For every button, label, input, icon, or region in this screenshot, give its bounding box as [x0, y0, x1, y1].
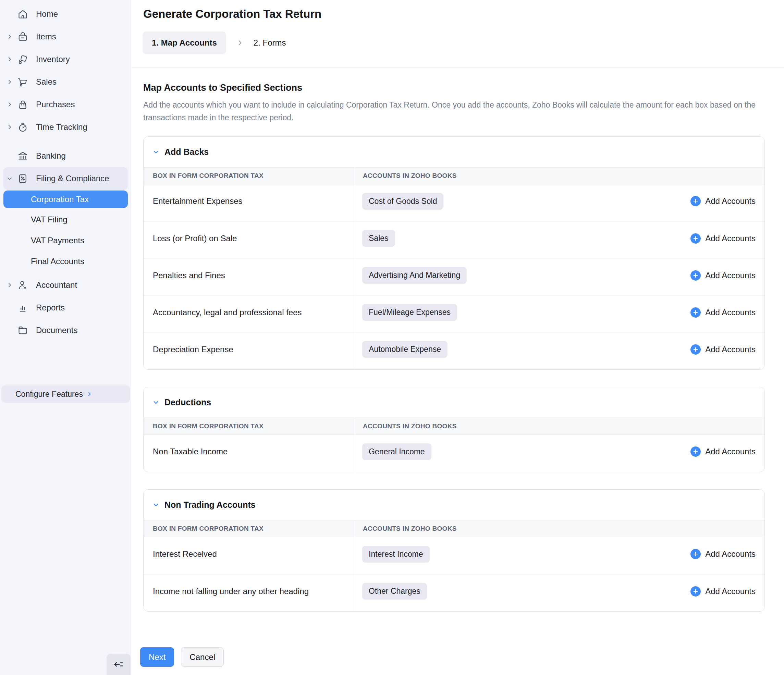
section-header-add-backs[interactable]: Add Backs: [143, 137, 764, 167]
next-button[interactable]: Next: [140, 647, 174, 667]
sidebar-item-documents[interactable]: Documents: [0, 319, 131, 342]
box-name: Loss (or Profit) on Sale: [143, 222, 354, 258]
sidebar-item-filing-compliance[interactable]: Filing & Compliance: [3, 167, 128, 190]
table-row: Penalties and FinesAdvertising And Marke…: [143, 258, 764, 296]
sidebar-group-divider: [0, 138, 131, 145]
add-accounts-label: Add Accounts: [705, 345, 756, 354]
add-accounts-button[interactable]: Add Accounts: [691, 271, 756, 281]
chevron-down-icon: [152, 149, 159, 156]
sidebar-item-home[interactable]: Home: [0, 3, 131, 25]
table-row: Loss (or Profit) on SaleSalesAdd Account…: [143, 221, 764, 258]
plus-icon: [691, 233, 701, 244]
sidebar-subitem-label: Final Accounts: [31, 257, 84, 266]
content-description: Add the accounts which you want to inclu…: [143, 99, 765, 124]
account-chip: Advertising And Marketing: [362, 267, 467, 284]
sidebar-item-label: Accountant: [36, 280, 77, 290]
sidebar-subitem-vat-payments[interactable]: VAT Payments: [0, 230, 131, 251]
accounts-cell: General IncomeAdd Accounts: [354, 435, 764, 472]
table-header-row: BOX IN FORM CORPORATION TAXACCOUNTS IN Z…: [143, 418, 764, 435]
accounts-cell: Automobile ExpenseAdd Accounts: [354, 333, 764, 369]
sidebar-subitem-label: Corporation Tax: [31, 194, 89, 204]
sidebar-item-label: Documents: [36, 325, 78, 335]
sidebar-item-sales[interactable]: Sales: [0, 71, 131, 93]
section-title: Deductions: [165, 397, 211, 407]
collapse-sidebar-button[interactable]: [107, 654, 131, 675]
column-header-accounts: ACCOUNTS IN ZOHO BOOKS: [354, 168, 764, 184]
account-chip: General Income: [362, 443, 431, 460]
table-header-row: BOX IN FORM CORPORATION TAXACCOUNTS IN Z…: [143, 167, 764, 184]
box-name: Accountancy, legal and professional fees: [143, 296, 354, 332]
accounts-cell: SalesAdd Accounts: [354, 222, 764, 258]
add-accounts-button[interactable]: Add Accounts: [691, 196, 756, 206]
add-accounts-label: Add Accounts: [705, 234, 756, 243]
configure-features-button[interactable]: Configure Features: [2, 386, 130, 403]
chevron-right-icon: [6, 124, 17, 131]
add-accounts-button[interactable]: Add Accounts: [691, 233, 756, 244]
section-header-deductions[interactable]: Deductions: [143, 387, 764, 418]
table-row: Entertainment ExpensesCost of Goods Sold…: [143, 184, 764, 221]
box-name: Penalties and Fines: [143, 259, 354, 296]
chevron-right-icon: [6, 101, 17, 108]
sidebar-subitem-vat-filing[interactable]: VAT Filing: [0, 209, 131, 230]
step-1-map-accounts[interactable]: 1. Map Accounts: [143, 31, 226, 54]
chevron-right-icon: [236, 39, 244, 47]
banking-icon: [17, 151, 28, 162]
section-card-deductions: DeductionsBOX IN FORM CORPORATION TAXACC…: [143, 387, 765, 472]
table-header-row: BOX IN FORM CORPORATION TAXACCOUNTS IN Z…: [143, 520, 764, 537]
section-header-non-trading-accounts[interactable]: Non Trading Accounts: [143, 490, 764, 520]
sidebar-item-label: Items: [36, 32, 56, 42]
plus-icon: [691, 196, 701, 206]
sidebar-subitem-corporation-tax[interactable]: Corporation Tax: [3, 191, 128, 208]
cancel-button[interactable]: Cancel: [181, 647, 224, 667]
account-chip: Interest Income: [362, 546, 430, 563]
account-chips: Cost of Goods Sold: [362, 193, 443, 210]
filing-compliance-icon: [17, 173, 28, 184]
section-title: Non Trading Accounts: [165, 500, 256, 510]
accounts-cell: Advertising And MarketingAdd Accounts: [354, 259, 764, 296]
sidebar-item-purchases[interactable]: Purchases: [0, 93, 131, 116]
sidebar-nav-primary: HomeItemsInventorySalesPurchasesTime Tra…: [0, 3, 131, 138]
add-accounts-button[interactable]: Add Accounts: [691, 446, 756, 457]
reports-icon: [17, 302, 28, 314]
chevron-right-icon: [6, 78, 17, 85]
add-accounts-button[interactable]: Add Accounts: [691, 549, 756, 559]
sidebar-item-label: Time Tracking: [36, 122, 87, 132]
column-header-box: BOX IN FORM CORPORATION TAX: [143, 521, 354, 537]
chevron-down-icon: [152, 399, 159, 406]
accounts-cell: Fuel/Mileage ExpensesAdd Accounts: [354, 296, 764, 332]
sidebar-subitem-final-accounts[interactable]: Final Accounts: [0, 251, 131, 272]
account-chips: Automobile Expense: [362, 341, 448, 358]
sidebar-item-banking[interactable]: Banking: [0, 145, 131, 167]
step-2-forms[interactable]: 2. Forms: [254, 38, 286, 48]
sidebar-filing-subitems: Corporation TaxVAT FilingVAT PaymentsFin…: [0, 191, 131, 272]
box-name: Interest Received: [143, 537, 354, 574]
account-chips: General Income: [362, 443, 431, 460]
column-header-accounts: ACCOUNTS IN ZOHO BOOKS: [354, 418, 764, 434]
sidebar-item-accountant[interactable]: Accountant: [0, 274, 131, 296]
add-accounts-button[interactable]: Add Accounts: [691, 344, 756, 355]
add-accounts-label: Add Accounts: [705, 196, 756, 206]
sidebar-item-label: Inventory: [36, 54, 70, 64]
add-accounts-button[interactable]: Add Accounts: [691, 307, 756, 317]
accounts-cell: Cost of Goods SoldAdd Accounts: [354, 184, 764, 221]
add-accounts-button[interactable]: Add Accounts: [691, 586, 756, 597]
sidebar-nav-secondary: BankingFiling & Compliance: [0, 145, 131, 190]
chevron-down-icon: [152, 502, 159, 509]
box-name: Income not falling under any other headi…: [143, 575, 354, 611]
table-row: Depreciation ExpenseAutomobile ExpenseAd…: [143, 332, 764, 369]
plus-icon: [691, 344, 701, 355]
accountant-icon: [17, 280, 28, 291]
account-chip: Fuel/Mileage Expenses: [362, 304, 457, 321]
sidebar-item-items[interactable]: Items: [0, 25, 131, 48]
sidebar-subitem-label: VAT Payments: [31, 236, 84, 245]
column-header-accounts: ACCOUNTS IN ZOHO BOOKS: [354, 521, 764, 537]
box-name: Depreciation Expense: [143, 333, 354, 369]
sidebar-item-inventory[interactable]: Inventory: [0, 48, 131, 71]
table-row: Non Taxable IncomeGeneral IncomeAdd Acco…: [143, 435, 764, 472]
sidebar-item-label: Banking: [36, 151, 66, 161]
sidebar-item-reports[interactable]: Reports: [0, 296, 131, 319]
sidebar-subitem-label: VAT Filing: [31, 215, 67, 224]
section-title: Add Backs: [165, 147, 209, 157]
items-icon: [17, 31, 28, 42]
sidebar-item-time-tracking[interactable]: Time Tracking: [0, 116, 131, 138]
